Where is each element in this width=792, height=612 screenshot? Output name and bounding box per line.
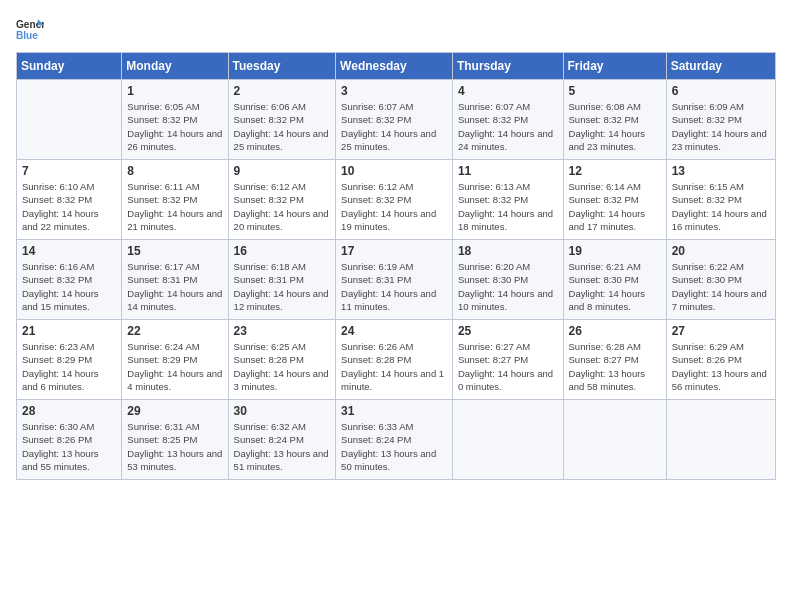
cell-content: Sunrise: 6:22 AMSunset: 8:30 PMDaylight:… [672,260,770,313]
calendar-cell: 15Sunrise: 6:17 AMSunset: 8:31 PMDayligh… [122,240,228,320]
day-number: 8 [127,164,222,178]
calendar-cell: 14Sunrise: 6:16 AMSunset: 8:32 PMDayligh… [17,240,122,320]
cell-content: Sunrise: 6:12 AMSunset: 8:32 PMDaylight:… [234,180,331,233]
cell-content: Sunrise: 6:07 AMSunset: 8:32 PMDaylight:… [458,100,558,153]
day-number: 9 [234,164,331,178]
day-number: 19 [569,244,661,258]
day-number: 17 [341,244,447,258]
calendar-cell: 6Sunrise: 6:09 AMSunset: 8:32 PMDaylight… [666,80,775,160]
cell-content: Sunrise: 6:09 AMSunset: 8:32 PMDaylight:… [672,100,770,153]
day-number: 4 [458,84,558,98]
cell-content: Sunrise: 6:23 AMSunset: 8:29 PMDaylight:… [22,340,116,393]
cell-content: Sunrise: 6:08 AMSunset: 8:32 PMDaylight:… [569,100,661,153]
calendar-cell: 10Sunrise: 6:12 AMSunset: 8:32 PMDayligh… [336,160,453,240]
cell-content: Sunrise: 6:31 AMSunset: 8:25 PMDaylight:… [127,420,222,473]
col-header-wednesday: Wednesday [336,53,453,80]
cell-content: Sunrise: 6:28 AMSunset: 8:27 PMDaylight:… [569,340,661,393]
calendar-cell: 31Sunrise: 6:33 AMSunset: 8:24 PMDayligh… [336,400,453,480]
calendar-cell: 1Sunrise: 6:05 AMSunset: 8:32 PMDaylight… [122,80,228,160]
day-number: 26 [569,324,661,338]
calendar-cell: 11Sunrise: 6:13 AMSunset: 8:32 PMDayligh… [452,160,563,240]
logo: General Blue [16,16,44,44]
cell-content: Sunrise: 6:07 AMSunset: 8:32 PMDaylight:… [341,100,447,153]
calendar-cell: 20Sunrise: 6:22 AMSunset: 8:30 PMDayligh… [666,240,775,320]
week-row-5: 28Sunrise: 6:30 AMSunset: 8:26 PMDayligh… [17,400,776,480]
day-number: 2 [234,84,331,98]
day-number: 29 [127,404,222,418]
calendar-cell [452,400,563,480]
calendar-cell [666,400,775,480]
calendar-cell: 9Sunrise: 6:12 AMSunset: 8:32 PMDaylight… [228,160,336,240]
week-row-1: 1Sunrise: 6:05 AMSunset: 8:32 PMDaylight… [17,80,776,160]
day-number: 10 [341,164,447,178]
cell-content: Sunrise: 6:27 AMSunset: 8:27 PMDaylight:… [458,340,558,393]
calendar-cell: 24Sunrise: 6:26 AMSunset: 8:28 PMDayligh… [336,320,453,400]
cell-content: Sunrise: 6:32 AMSunset: 8:24 PMDaylight:… [234,420,331,473]
day-number: 16 [234,244,331,258]
calendar-cell [563,400,666,480]
cell-content: Sunrise: 6:24 AMSunset: 8:29 PMDaylight:… [127,340,222,393]
col-header-sunday: Sunday [17,53,122,80]
calendar-cell [17,80,122,160]
day-number: 12 [569,164,661,178]
calendar-cell: 8Sunrise: 6:11 AMSunset: 8:32 PMDaylight… [122,160,228,240]
cell-content: Sunrise: 6:17 AMSunset: 8:31 PMDaylight:… [127,260,222,313]
day-number: 14 [22,244,116,258]
col-header-monday: Monday [122,53,228,80]
logo-icon: General Blue [16,16,44,44]
calendar-cell: 2Sunrise: 6:06 AMSunset: 8:32 PMDaylight… [228,80,336,160]
calendar-cell: 3Sunrise: 6:07 AMSunset: 8:32 PMDaylight… [336,80,453,160]
day-number: 7 [22,164,116,178]
calendar-cell: 21Sunrise: 6:23 AMSunset: 8:29 PMDayligh… [17,320,122,400]
cell-content: Sunrise: 6:29 AMSunset: 8:26 PMDaylight:… [672,340,770,393]
calendar-cell: 13Sunrise: 6:15 AMSunset: 8:32 PMDayligh… [666,160,775,240]
calendar-cell: 27Sunrise: 6:29 AMSunset: 8:26 PMDayligh… [666,320,775,400]
day-number: 21 [22,324,116,338]
day-number: 13 [672,164,770,178]
cell-content: Sunrise: 6:26 AMSunset: 8:28 PMDaylight:… [341,340,447,393]
cell-content: Sunrise: 6:10 AMSunset: 8:32 PMDaylight:… [22,180,116,233]
day-number: 23 [234,324,331,338]
col-header-saturday: Saturday [666,53,775,80]
cell-content: Sunrise: 6:21 AMSunset: 8:30 PMDaylight:… [569,260,661,313]
day-number: 15 [127,244,222,258]
calendar-cell: 28Sunrise: 6:30 AMSunset: 8:26 PMDayligh… [17,400,122,480]
day-number: 5 [569,84,661,98]
calendar-cell: 5Sunrise: 6:08 AMSunset: 8:32 PMDaylight… [563,80,666,160]
day-number: 1 [127,84,222,98]
calendar-cell: 19Sunrise: 6:21 AMSunset: 8:30 PMDayligh… [563,240,666,320]
week-row-4: 21Sunrise: 6:23 AMSunset: 8:29 PMDayligh… [17,320,776,400]
day-number: 6 [672,84,770,98]
day-number: 11 [458,164,558,178]
col-header-tuesday: Tuesday [228,53,336,80]
calendar-cell: 7Sunrise: 6:10 AMSunset: 8:32 PMDaylight… [17,160,122,240]
cell-content: Sunrise: 6:30 AMSunset: 8:26 PMDaylight:… [22,420,116,473]
cell-content: Sunrise: 6:25 AMSunset: 8:28 PMDaylight:… [234,340,331,393]
week-row-3: 14Sunrise: 6:16 AMSunset: 8:32 PMDayligh… [17,240,776,320]
day-number: 20 [672,244,770,258]
day-number: 28 [22,404,116,418]
cell-content: Sunrise: 6:14 AMSunset: 8:32 PMDaylight:… [569,180,661,233]
calendar-cell: 16Sunrise: 6:18 AMSunset: 8:31 PMDayligh… [228,240,336,320]
calendar-cell: 23Sunrise: 6:25 AMSunset: 8:28 PMDayligh… [228,320,336,400]
calendar-cell: 18Sunrise: 6:20 AMSunset: 8:30 PMDayligh… [452,240,563,320]
col-header-thursday: Thursday [452,53,563,80]
cell-content: Sunrise: 6:20 AMSunset: 8:30 PMDaylight:… [458,260,558,313]
calendar-cell: 22Sunrise: 6:24 AMSunset: 8:29 PMDayligh… [122,320,228,400]
calendar-cell: 12Sunrise: 6:14 AMSunset: 8:32 PMDayligh… [563,160,666,240]
cell-content: Sunrise: 6:15 AMSunset: 8:32 PMDaylight:… [672,180,770,233]
cell-content: Sunrise: 6:16 AMSunset: 8:32 PMDaylight:… [22,260,116,313]
day-number: 18 [458,244,558,258]
day-number: 30 [234,404,331,418]
svg-text:Blue: Blue [16,30,38,41]
page-header: General Blue [16,16,776,44]
day-number: 31 [341,404,447,418]
calendar-cell: 25Sunrise: 6:27 AMSunset: 8:27 PMDayligh… [452,320,563,400]
calendar-cell: 30Sunrise: 6:32 AMSunset: 8:24 PMDayligh… [228,400,336,480]
day-number: 25 [458,324,558,338]
day-number: 3 [341,84,447,98]
week-row-2: 7Sunrise: 6:10 AMSunset: 8:32 PMDaylight… [17,160,776,240]
calendar-cell: 26Sunrise: 6:28 AMSunset: 8:27 PMDayligh… [563,320,666,400]
calendar-cell: 17Sunrise: 6:19 AMSunset: 8:31 PMDayligh… [336,240,453,320]
calendar-cell: 29Sunrise: 6:31 AMSunset: 8:25 PMDayligh… [122,400,228,480]
